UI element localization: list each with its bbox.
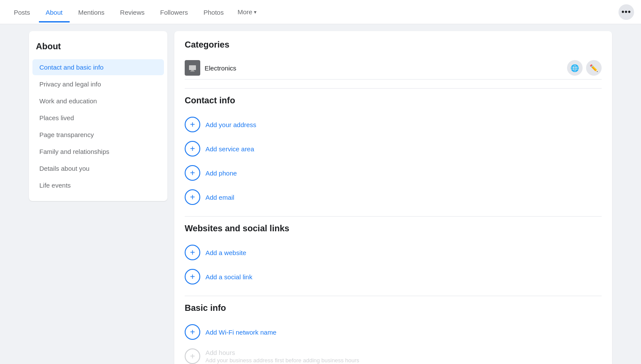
svg-rect-2 — [190, 71, 195, 72]
category-row: Electronics 🌐 ✏️ — [185, 57, 602, 80]
add-hours-row: + Add hours Add your business address fi… — [185, 344, 602, 364]
tab-reviews[interactable]: Reviews — [113, 2, 152, 22]
add-service-area-label: Add service area — [205, 145, 254, 153]
categories-title: Categories — [185, 40, 602, 50]
edit-icon: ✏️ — [590, 64, 598, 72]
add-email-icon: + — [185, 189, 200, 205]
add-email-row[interactable]: + Add email — [185, 185, 602, 209]
sidebar-item-work-education[interactable]: Work and education — [32, 93, 164, 109]
add-website-icon: + — [185, 245, 200, 260]
category-left: Electronics — [185, 60, 236, 76]
add-social-link-icon: + — [185, 269, 200, 284]
globe-icon: 🌐 — [570, 64, 579, 72]
add-social-link-row[interactable]: + Add a social link — [185, 265, 602, 289]
category-icon — [185, 60, 200, 76]
chevron-down-icon: ▾ — [254, 9, 256, 15]
sidebar-item-places-lived[interactable]: Places lived — [32, 110, 164, 126]
sidebar-item-family-relationships[interactable]: Family and relationships — [32, 144, 164, 160]
add-hours-icon: + — [185, 348, 200, 364]
divider-3 — [185, 296, 602, 296]
sidebar-item-contact-basic[interactable]: Contact and basic info — [32, 59, 164, 75]
tab-mentions[interactable]: Mentions — [71, 2, 112, 22]
category-actions: 🌐 ✏️ — [567, 60, 602, 76]
add-phone-label: Add phone — [205, 169, 237, 177]
add-website-label: Add a website — [205, 249, 246, 256]
add-hours-sublabel: Add your business address first before a… — [205, 357, 359, 364]
add-hours-text-block: Add hours Add your business address firs… — [205, 349, 359, 364]
tab-about[interactable]: About — [39, 2, 70, 22]
add-hours-label: Add hours — [205, 349, 359, 356]
nav-tabs-container: Posts About Mentions Reviews Followers P… — [7, 2, 619, 22]
add-phone-row[interactable]: + Add phone — [185, 161, 602, 185]
add-website-row[interactable]: + Add a website — [185, 240, 602, 265]
basic-info-title: Basic info — [185, 303, 602, 313]
main-container: About Contact and basic info Privacy and… — [22, 31, 619, 364]
add-address-icon: + — [185, 117, 200, 132]
top-navigation: Posts About Mentions Reviews Followers P… — [0, 0, 641, 24]
sidebar-title: About — [29, 38, 167, 58]
category-name: Electronics — [205, 64, 236, 72]
contact-info-title: Contact info — [185, 96, 602, 105]
globe-button[interactable]: 🌐 — [567, 60, 583, 76]
sidebar: About Contact and basic info Privacy and… — [29, 31, 167, 201]
add-email-label: Add email — [205, 194, 234, 201]
tab-photos[interactable]: Photos — [196, 2, 231, 22]
svg-rect-0 — [189, 65, 196, 70]
add-phone-icon: + — [185, 165, 200, 181]
basic-info-section: Basic info + Add Wi-Fi network name + Ad… — [185, 303, 602, 364]
websites-social-title: Websites and social links — [185, 224, 602, 233]
nav-more-dropdown[interactable]: More ▾ — [232, 5, 262, 19]
sidebar-item-details-about[interactable]: Details about you — [32, 160, 164, 176]
categories-section: Categories Electronics 🌐 — [185, 40, 602, 80]
svg-rect-1 — [191, 70, 194, 71]
divider-2 — [185, 216, 602, 217]
sidebar-item-page-transparency[interactable]: Page transparency — [32, 127, 164, 143]
add-service-area-icon: + — [185, 141, 200, 156]
add-address-label: Add your address — [205, 121, 256, 128]
sidebar-item-privacy-legal[interactable]: Privacy and legal info — [32, 76, 164, 92]
more-options-button[interactable]: ••• — [619, 4, 634, 20]
divider-1 — [185, 88, 602, 89]
add-wifi-row[interactable]: + Add Wi-Fi network name — [185, 320, 602, 344]
content-area: Categories Electronics 🌐 — [174, 31, 612, 364]
add-address-row[interactable]: + Add your address — [185, 112, 602, 137]
add-wifi-label: Add Wi-Fi network name — [205, 329, 276, 336]
add-social-link-label: Add a social link — [205, 273, 252, 281]
more-label: More — [237, 8, 252, 16]
tab-followers[interactable]: Followers — [153, 2, 195, 22]
add-wifi-icon: + — [185, 324, 200, 340]
edit-button[interactable]: ✏️ — [586, 60, 602, 76]
tab-posts[interactable]: Posts — [7, 2, 37, 22]
sidebar-item-life-events[interactable]: Life events — [32, 177, 164, 193]
add-service-area-row[interactable]: + Add service area — [185, 137, 602, 161]
contact-info-section: Contact info + Add your address + Add se… — [185, 96, 602, 209]
websites-social-section: Websites and social links + Add a websit… — [185, 224, 602, 289]
